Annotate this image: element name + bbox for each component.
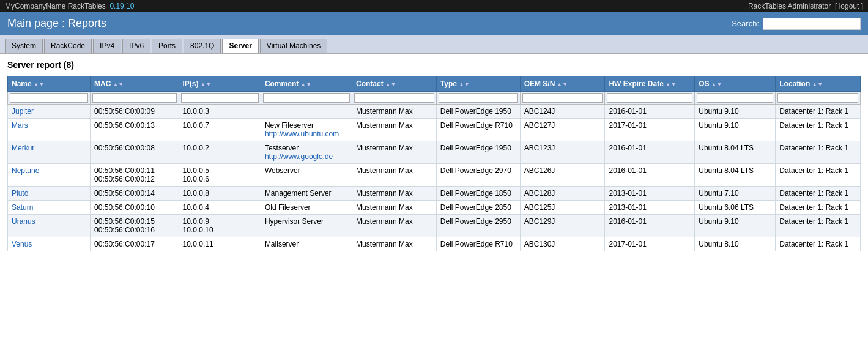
col-header-contact[interactable]: Contact▲▼ bbox=[352, 76, 437, 92]
table-row: Venus00:50:56:C0:00:1710.0.0.11Mailserve… bbox=[8, 237, 861, 251]
search-label: Search: bbox=[732, 19, 759, 28]
sort-arrow-hw_expire: ▲▼ bbox=[666, 81, 677, 87]
admin-link[interactable]: RackTables Administrator bbox=[748, 2, 831, 10]
server-location: Datacenter 1: Rack 1 bbox=[776, 141, 861, 164]
server-name-link[interactable]: Pluto bbox=[12, 189, 28, 198]
search-input[interactable] bbox=[763, 18, 861, 30]
server-os: Ubuntu 8.04 LTS bbox=[695, 164, 776, 187]
server-ips: 10.0.0.3 bbox=[179, 105, 261, 119]
server-type: Dell PowerEdge 2850 bbox=[436, 201, 520, 215]
col-header-name[interactable]: Name▲▼ bbox=[8, 76, 91, 92]
server-contact: Mustermann Max bbox=[352, 215, 437, 237]
server-ips: 10.0.0.11 bbox=[179, 237, 261, 251]
server-name-link[interactable]: Neptune bbox=[12, 166, 39, 175]
server-name-link[interactable]: Saturn bbox=[12, 203, 33, 212]
server-contact: Mustermann Max bbox=[352, 105, 437, 119]
logout-link[interactable]: logout bbox=[839, 2, 859, 10]
col-header-comment[interactable]: Comment▲▼ bbox=[261, 76, 352, 92]
table-header-row: Name▲▼MAC▲▼IP(s)▲▼Comment▲▼Contact▲▼Type… bbox=[8, 76, 861, 92]
server-name-link[interactable]: Venus bbox=[12, 240, 32, 248]
server-contact: Mustermann Max bbox=[352, 141, 437, 164]
server-name-link[interactable]: Jupiter bbox=[12, 107, 34, 116]
col-header-hw_expire[interactable]: HW Expire Date▲▼ bbox=[605, 76, 695, 92]
filter-contact[interactable] bbox=[354, 93, 434, 103]
tab-ipv6[interactable]: IPv6 bbox=[122, 39, 150, 53]
col-header-ips[interactable]: IP(s)▲▼ bbox=[179, 76, 261, 92]
server-name-link[interactable]: Uranus bbox=[12, 217, 35, 226]
page-title: Main page : Reports bbox=[7, 17, 106, 30]
server-ips: 10.0.0.510.0.0.6 bbox=[179, 164, 261, 187]
topbar: MyCompanyName RackTables 0.19.10 RackTab… bbox=[0, 0, 868, 12]
table-filter-row bbox=[8, 92, 861, 105]
server-os: Ubuntu 8.04 LTS bbox=[695, 141, 776, 164]
server-comment: Testserverhttp://www.google.de bbox=[261, 141, 352, 164]
server-oem-sn: ABC129J bbox=[520, 215, 605, 237]
server-hw-expire: 2013-01-01 bbox=[605, 187, 695, 201]
server-oem-sn: ABC124J bbox=[520, 105, 605, 119]
server-comment: Hypervisor Server bbox=[261, 215, 352, 237]
col-label-type: Type bbox=[440, 80, 457, 88]
server-os: Ubuntu 6.06 LTS bbox=[695, 201, 776, 215]
server-os: Ubuntu 8.10 bbox=[695, 237, 776, 251]
tab-rackcode[interactable]: RackCode bbox=[44, 39, 92, 53]
filter-location[interactable] bbox=[777, 93, 858, 103]
comment-link[interactable]: http://www.ubuntu.com bbox=[265, 130, 339, 138]
app-name: MyCompanyName RackTables bbox=[5, 2, 106, 10]
server-hw-expire: 2016-01-01 bbox=[605, 141, 695, 164]
server-mac: 00:50:56:C0:00:10 bbox=[91, 201, 179, 215]
tab-8021q[interactable]: 802.1Q bbox=[184, 39, 221, 53]
col-header-mac[interactable]: MAC▲▼ bbox=[91, 76, 179, 92]
report-title: Server report (8) bbox=[7, 60, 861, 70]
col-label-hw_expire: HW Expire Date bbox=[609, 80, 663, 88]
sort-arrow-name: ▲▼ bbox=[34, 81, 45, 87]
sort-arrow-contact: ▲▼ bbox=[385, 81, 396, 87]
filter-hw_expire[interactable] bbox=[607, 93, 692, 103]
col-label-mac: MAC bbox=[94, 80, 111, 88]
col-header-oem_sn[interactable]: OEM S/N▲▼ bbox=[520, 76, 605, 92]
tab-system[interactable]: System bbox=[5, 39, 43, 53]
filter-type[interactable] bbox=[439, 93, 518, 103]
comment-link[interactable]: http://www.google.de bbox=[265, 152, 333, 161]
server-location: Datacenter 1: Rack 1 bbox=[776, 105, 861, 119]
col-header-type[interactable]: Type▲▼ bbox=[436, 76, 520, 92]
server-name-link[interactable]: Merkur bbox=[12, 144, 34, 152]
server-contact: Mustermann Max bbox=[352, 119, 437, 141]
filter-comment[interactable] bbox=[263, 93, 350, 103]
server-contact: Mustermann Max bbox=[352, 237, 437, 251]
col-header-os[interactable]: OS▲▼ bbox=[695, 76, 776, 92]
filter-os[interactable] bbox=[697, 93, 773, 103]
col-header-location[interactable]: Location▲▼ bbox=[776, 76, 861, 92]
server-os: Ubuntu 9.10 bbox=[695, 119, 776, 141]
filter-mac[interactable] bbox=[92, 93, 176, 103]
tab-vms[interactable]: Virtual Machines bbox=[260, 39, 328, 53]
col-label-os: OS bbox=[699, 80, 709, 88]
tab-ports[interactable]: Ports bbox=[152, 39, 182, 53]
app-title: MyCompanyName RackTables 0.19.10 bbox=[5, 2, 134, 10]
tab-server[interactable]: Server bbox=[222, 39, 258, 53]
server-os: Ubuntu 9.10 bbox=[695, 105, 776, 119]
table-row: Pluto00:50:56:C0:00:1410.0.0.8Management… bbox=[8, 187, 861, 201]
server-type: Dell PowerEdge R710 bbox=[436, 119, 520, 141]
table-row: Uranus00:50:56:C0:00:1500:50:56:C0:00:16… bbox=[8, 215, 861, 237]
server-ips: 10.0.0.2 bbox=[179, 141, 261, 164]
search-area: Search: bbox=[732, 18, 861, 30]
server-mac: 00:50:56:C0:00:14 bbox=[91, 187, 179, 201]
server-name-link[interactable]: Mars bbox=[12, 121, 28, 130]
server-type: Dell PowerEdge 2970 bbox=[436, 164, 520, 187]
server-location: Datacenter 1: Rack 1 bbox=[776, 215, 861, 237]
table-body: Jupiter00:50:56:C0:00:0910.0.0.3Musterma… bbox=[8, 105, 861, 251]
server-mac: 00:50:56:C0:00:17 bbox=[91, 237, 179, 251]
filter-name[interactable] bbox=[10, 93, 88, 103]
server-os: Ubuntu 9.10 bbox=[695, 215, 776, 237]
server-hw-expire: 2016-01-01 bbox=[605, 215, 695, 237]
filter-ips[interactable] bbox=[181, 93, 259, 103]
nav-tabs: SystemRackCodeIPv4IPv6Ports802.1QServerV… bbox=[0, 35, 868, 54]
server-comment: Old Fileserver bbox=[261, 201, 352, 215]
tab-ipv4[interactable]: IPv4 bbox=[93, 39, 121, 53]
server-oem-sn: ABC128J bbox=[520, 187, 605, 201]
sort-arrow-comment: ▲▼ bbox=[300, 81, 311, 87]
filter-oem_sn[interactable] bbox=[522, 93, 603, 103]
server-location: Datacenter 1: Rack 1 bbox=[776, 164, 861, 187]
server-oem-sn: ABC123J bbox=[520, 141, 605, 164]
server-hw-expire: 2016-01-01 bbox=[605, 105, 695, 119]
